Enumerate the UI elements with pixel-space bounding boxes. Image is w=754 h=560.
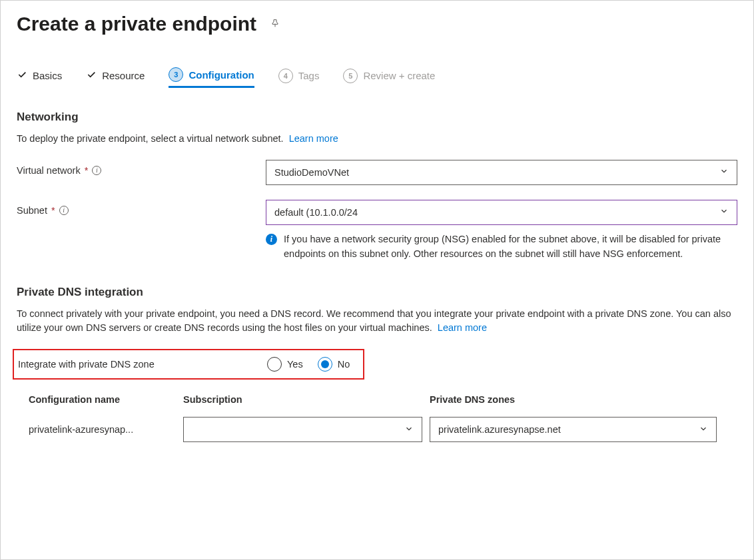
chevron-down-icon — [719, 206, 729, 218]
wizard-tabs: Basics Resource 3 Configuration 4 Tags 5… — [17, 67, 737, 88]
tab-basics[interactable]: Basics — [17, 67, 62, 88]
tab-review[interactable]: 5 Review + create — [343, 67, 435, 88]
info-icon[interactable]: i — [59, 206, 69, 215]
step-number: 4 — [278, 69, 293, 83]
col-sub-header: Subscription — [183, 394, 430, 405]
dns-zone-value: privatelink.azuresynapse.net — [438, 424, 561, 435]
integrate-dns-label: Integrate with private DNS zone — [18, 359, 267, 370]
dns-zone-select[interactable]: privatelink.azuresynapse.net — [430, 417, 717, 442]
table-row: privatelink-azuresynap... privatelink.az… — [29, 417, 725, 442]
dns-heading: Private DNS integration — [17, 286, 737, 299]
check-icon — [86, 69, 97, 82]
networking-section: Networking To deploy the private endpoin… — [17, 111, 737, 262]
tab-review-label: Review + create — [363, 70, 435, 81]
subnet-select[interactable]: default (10.1.0.0/24 — [266, 200, 737, 225]
learn-more-link[interactable]: Learn more — [289, 133, 338, 144]
networking-heading: Networking — [17, 111, 737, 124]
col-config-header: Configuration name — [29, 394, 183, 405]
chevron-down-icon — [404, 424, 414, 435]
highlighted-region: Integrate with private DNS zone Yes No — [13, 349, 364, 380]
step-number: 3 — [169, 67, 183, 82]
pin-icon[interactable] — [270, 18, 280, 31]
check-icon — [17, 69, 27, 82]
dns-description: To connect privately with your private e… — [17, 307, 737, 336]
required-indicator: * — [85, 165, 89, 176]
config-name-cell: privatelink-azuresynap... — [29, 424, 183, 435]
radio-icon — [318, 357, 332, 372]
radio-no[interactable]: No — [318, 357, 350, 372]
dns-section: Private DNS integration To connect priva… — [17, 286, 737, 443]
vnet-label: Virtual network * i — [17, 160, 266, 176]
tab-tags[interactable]: 4 Tags — [278, 67, 320, 88]
col-dns-header: Private DNS zones — [430, 394, 725, 405]
info-icon[interactable]: i — [92, 166, 101, 175]
tab-configuration[interactable]: 3 Configuration — [169, 67, 254, 88]
subnet-label: Subnet * i — [17, 200, 266, 216]
networking-description: To deploy the private endpoint, select a… — [17, 132, 737, 146]
subnet-row: Subnet * i default (10.1.0.0/24 i If you… — [17, 200, 737, 262]
tab-resource[interactable]: Resource — [86, 67, 145, 88]
vnet-row: Virtual network * i StudioDemoVNet — [17, 160, 737, 185]
chevron-down-icon — [719, 166, 729, 178]
tab-resource-label: Resource — [102, 70, 145, 81]
tab-basics-label: Basics — [33, 70, 62, 81]
tab-configuration-label: Configuration — [188, 69, 254, 81]
radio-yes[interactable]: Yes — [267, 357, 303, 372]
vnet-value: StudioDemoVNet — [274, 167, 349, 178]
subscription-select[interactable] — [183, 417, 422, 442]
integrate-dns-row: Integrate with private DNS zone Yes No — [18, 357, 359, 372]
nsg-info: i If you have a network security group (… — [266, 232, 737, 262]
tab-tags-label: Tags — [298, 70, 320, 81]
learn-more-link[interactable]: Learn more — [438, 322, 487, 333]
integrate-dns-radio-group: Yes No — [267, 357, 350, 372]
info-icon: i — [266, 234, 277, 245]
chevron-down-icon — [699, 424, 708, 435]
step-number: 5 — [343, 69, 358, 83]
radio-icon — [267, 357, 282, 372]
page-title: Create a private endpoint — [17, 13, 256, 35]
vnet-select[interactable]: StudioDemoVNet — [266, 160, 737, 185]
subnet-value: default (10.1.0.0/24 — [274, 207, 358, 218]
required-indicator: * — [51, 205, 55, 216]
table-header-row: Configuration name Subscription Private … — [29, 394, 725, 405]
dns-table: Configuration name Subscription Private … — [17, 394, 737, 442]
